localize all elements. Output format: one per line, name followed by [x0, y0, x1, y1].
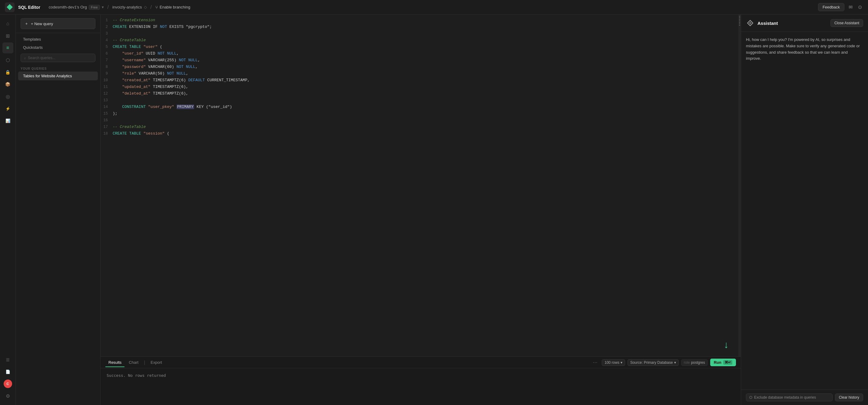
clear-history-button[interactable]: Clear history: [835, 394, 863, 401]
left-nav: ⌂ ⊞ ≡ ⬡ 🔒 📦 ◎ ⚡ 📊 ≣ 📄 C ⚙: [0, 15, 16, 405]
run-button[interactable]: Run ⌘↵: [710, 358, 736, 366]
source-select[interactable]: Source: Primary Database ▾: [627, 359, 679, 366]
nav-auth-icon[interactable]: 🔒: [2, 67, 13, 78]
enable-branching-label: Enable branching: [160, 5, 190, 9]
assistant-footer: Exclude database metadata in queries Cle…: [741, 389, 868, 405]
logo-diamond: [7, 4, 13, 10]
line-content: -- CreateTable: [113, 37, 736, 44]
sidebar-quickstarts-link[interactable]: Quickstarts: [21, 44, 95, 51]
line-number: 2: [100, 24, 113, 30]
sidebar-templates-link[interactable]: Templates: [21, 35, 95, 43]
line-content: "username" VARCHAR(255) NOT NULL,: [113, 57, 736, 64]
your-queries-label: YOUR QUERIES: [16, 64, 100, 71]
code-line-13: 13: [100, 97, 741, 104]
scrollbar-mark-2: [739, 17, 740, 18]
sidebar: ＋ + New query Templates Quickstarts ⌕ YO…: [16, 15, 100, 405]
nav-database-icon[interactable]: ⬡: [2, 55, 13, 65]
sidebar-links: Templates Quickstarts: [16, 33, 100, 54]
success-message: Success. No rows returned: [106, 373, 166, 378]
line-content: -- CreateTable: [113, 124, 736, 131]
role-area: role postgres: [681, 359, 708, 366]
results-tab-export[interactable]: Export: [148, 358, 165, 367]
line-content: "user_id" UUID NOT NULL,: [113, 50, 736, 57]
app-logo: [5, 2, 14, 12]
nav-sql-editor-icon[interactable]: ≡: [2, 42, 13, 53]
line-content: [113, 97, 736, 104]
code-line-15: 15);: [100, 110, 741, 117]
svg-marker-1: [749, 22, 752, 25]
scrollbar-mark-5: [739, 22, 740, 23]
close-assistant-button[interactable]: Close Assistant: [831, 19, 863, 27]
line-number: 8: [100, 64, 113, 70]
code-line-17: 17-- CreateTable: [100, 124, 741, 131]
scrollbar-mark-7: [739, 25, 740, 26]
project-chevron-icon: ◇: [144, 5, 147, 9]
exclude-metadata-toggle[interactable]: Exclude database metadata in queries: [746, 394, 833, 401]
assistant-icon: [746, 19, 754, 27]
results-tabs: Results Chart | Export ⋯ 100 rows ▾ Sour…: [100, 357, 741, 368]
exclude-label: Exclude database metadata in queries: [754, 395, 816, 400]
assistant-header: Assistant Close Assistant: [741, 15, 868, 32]
search-input[interactable]: [28, 56, 92, 60]
results-body: Success. No rows returned: [100, 368, 741, 405]
notifications-icon[interactable]: ✉: [847, 3, 854, 11]
rows-label: 100 rows: [604, 360, 619, 365]
editor-scrollbar[interactable]: [738, 15, 741, 356]
code-line-16: 16: [100, 117, 741, 124]
run-label: Run: [714, 360, 721, 365]
main-content: 1-- CreateExtension2CREATE EXTENSION IF …: [100, 15, 741, 405]
query-item-tables-for-website-analytics[interactable]: Tables for Website Analytics: [18, 71, 98, 80]
line-content: CREATE TABLE "user" (: [113, 44, 736, 50]
source-label: Source: Primary Database: [630, 360, 673, 365]
results-tab-results[interactable]: Results: [105, 358, 124, 367]
assistant-panel: Assistant Close Assistant Hi, how can I …: [741, 15, 868, 405]
results-tab-chart[interactable]: Chart: [126, 358, 142, 367]
nav-avatar[interactable]: C: [2, 378, 13, 389]
org-selector[interactable]: codesmith-dev1's Org Free ▾: [49, 5, 104, 10]
nav-functions-icon[interactable]: ⚡: [2, 103, 13, 114]
code-line-12: 12 "deleted_at" TIMESTAMPTZ(6),: [100, 90, 741, 97]
nav-storage-icon[interactable]: 📦: [2, 79, 13, 90]
scrollbar-marks: [738, 15, 741, 27]
rows-select[interactable]: 100 rows ▾: [602, 359, 625, 366]
top-header: SQL Editor codesmith-dev1's Org Free ▾ /…: [0, 0, 868, 15]
code-line-5: 5CREATE TABLE "user" (: [100, 44, 741, 50]
code-editor[interactable]: 1-- CreateExtension2CREATE EXTENSION IF …: [100, 15, 741, 356]
sidebar-header: ＋ + New query: [16, 15, 100, 33]
feedback-button[interactable]: Feedback: [818, 3, 844, 11]
results-panel: Results Chart | Export ⋯ 100 rows ▾ Sour…: [100, 356, 741, 405]
nav-table-editor-icon[interactable]: ⊞: [2, 30, 13, 41]
user-avatar: C: [4, 379, 12, 388]
code-line-9: 9 "role" VARCHAR(50) NOT NULL,: [100, 70, 741, 77]
code-line-8: 8 "password" VARCHAR(60) NOT NULL,: [100, 64, 741, 70]
line-number: 4: [100, 37, 113, 44]
code-line-18: 18CREATE TABLE "session" (: [100, 131, 741, 137]
help-icon[interactable]: ⊙: [857, 3, 863, 11]
enable-branching-button[interactable]: ⑂ Enable branching: [155, 5, 190, 10]
line-content: CREATE TABLE "session" (: [113, 131, 736, 137]
nav-settings-icon[interactable]: ⚙: [2, 390, 13, 401]
app-title: SQL Editor: [18, 5, 40, 10]
nav-logs-icon[interactable]: ◎: [2, 91, 13, 102]
line-content: [113, 117, 736, 124]
line-content: CREATE EXTENSION IF NOT EXISTS "pgcrypto…: [113, 24, 736, 30]
path-separator-2: /: [151, 4, 152, 10]
line-content: "created_at" TIMESTAMPTZ(6) DEFAULT CURR…: [113, 77, 736, 84]
source-chevron-icon: ▾: [674, 360, 676, 365]
line-number: 9: [100, 70, 113, 77]
search-icon: ⌕: [24, 56, 26, 60]
more-options-button[interactable]: ⋯: [591, 358, 599, 366]
org-name: codesmith-dev1's Org: [49, 5, 87, 9]
code-line-7: 7 "username" VARCHAR(255) NOT NULL,: [100, 57, 741, 64]
code-line-14: 14 CONSTRAINT "user_pkey" PRIMARY KEY ("…: [100, 104, 741, 110]
nav-docs-icon[interactable]: 📄: [2, 366, 13, 377]
project-selector[interactable]: invoizly-analytics ◇: [112, 5, 147, 9]
nav-advisors-icon[interactable]: ≣: [2, 354, 13, 365]
nav-home-icon[interactable]: ⌂: [2, 18, 13, 29]
line-number: 3: [100, 30, 113, 37]
header-right: Feedback ✉ ⊙: [818, 3, 863, 11]
free-badge: Free: [89, 5, 100, 10]
nav-reports-icon[interactable]: 📊: [2, 115, 13, 126]
scrollbar-mark-6: [739, 23, 740, 24]
new-query-button[interactable]: ＋ + New query: [21, 18, 95, 29]
